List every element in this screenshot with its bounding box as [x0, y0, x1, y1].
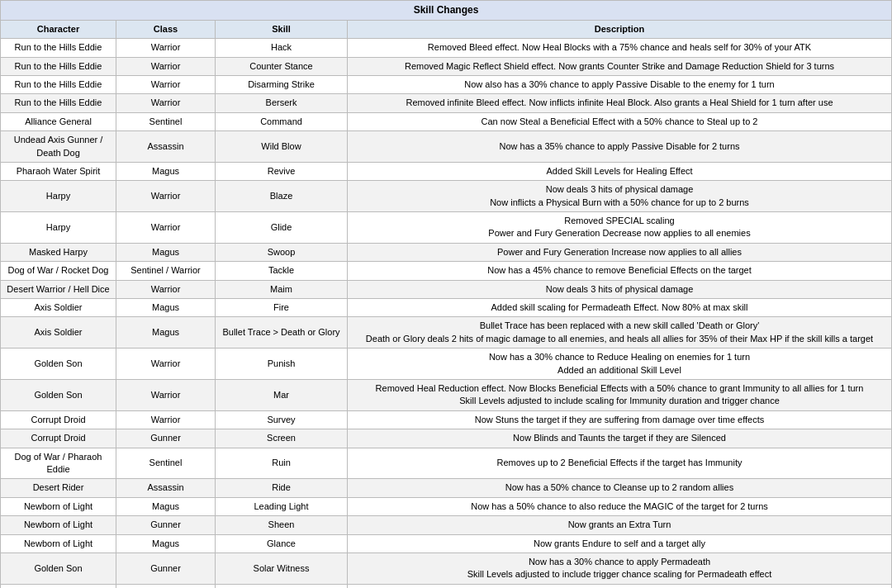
cell-character: Run to the Hills Eddie: [1, 39, 116, 57]
table-row: Desert Warrior / Hell DiceWarriorMaimNow…: [1, 280, 892, 298]
cell-description: Bullet Trace has been replaced with a ne…: [348, 317, 892, 349]
cell-character: Golden Son: [1, 380, 116, 411]
cell-description: Removed infinite Bleed effect. Now infli…: [348, 94, 892, 112]
cell-character: Axis Soldier: [1, 299, 116, 317]
cell-description: Removes up to 2 Beneficial Effects if th…: [348, 448, 892, 479]
cell-class: Magus: [116, 497, 216, 515]
cell-class: Warrior: [116, 410, 216, 429]
table-row: Corrupt DroidGunnerScreenNow Blinds and …: [1, 429, 892, 448]
cell-skill: Maim: [216, 280, 348, 298]
cell-class: Magus: [116, 317, 216, 349]
cell-class: Assassin: [116, 131, 216, 163]
cell-skill: Punish: [216, 349, 348, 380]
cell-class: Magus: [116, 162, 216, 180]
cell-description: Now Stuns the target if they are sufferi…: [348, 410, 892, 429]
cell-skill: Ruin: [216, 448, 348, 479]
table-row: Run to the Hills EddieWarriorCounter Sta…: [1, 57, 892, 75]
cell-skill: Screen: [216, 429, 348, 448]
cell-description: Now Blinds and Taunts the target if they…: [348, 429, 892, 448]
table-row: Newborn of LightMagusLeading LightNow ha…: [1, 497, 892, 515]
skill-changes-container: Skill Changes Character Class Skill Desc…: [0, 0, 892, 588]
cell-class: Warrior: [116, 349, 216, 380]
table-row: Desert RiderAssassinRideNow has a 50% ch…: [1, 479, 892, 497]
cell-class: Gunner: [116, 552, 216, 584]
cell-character: Corrupt Droid: [1, 429, 116, 448]
cell-description: Now grants an Extra Turn: [348, 516, 892, 534]
cell-class: Assassin: [116, 479, 216, 497]
cell-class: Warrior: [116, 39, 216, 57]
cell-character: Axis Soldier: [1, 317, 116, 349]
cell-class: Sentinel / Warrior: [116, 262, 216, 280]
cell-description: Now has a 35% chance to apply Passive Di…: [348, 131, 892, 163]
table-row: HarpyWarriorGlideRemoved SPECIAL scaling…: [1, 212, 892, 244]
table-row: Run to the Hills EddieWarriorHackRemoved…: [1, 39, 892, 57]
header-character: Character: [1, 20, 116, 38]
cell-description: Now also has a 30% chance to apply Passi…: [348, 75, 892, 93]
cell-skill: Glance: [216, 534, 348, 552]
cell-character: Dog of War / Rocket Dog: [1, 262, 116, 280]
table-row: Newborn of LightGunnerSheenNow grants an…: [1, 516, 892, 534]
cell-class: Warrior: [116, 380, 216, 411]
table-row: Axis SoldierMagusFireAdded skill scaling…: [1, 299, 892, 317]
cell-description: Now inflicts a Passive Disable effect fo…: [348, 584, 892, 588]
cell-character: Harpy: [1, 212, 116, 244]
table-body: Run to the Hills EddieWarriorHackRemoved…: [1, 39, 892, 588]
table-row: Run to the Hills EddieWarriorDisarming S…: [1, 75, 892, 93]
header-skill: Skill: [216, 20, 348, 38]
cell-character: Desert Warrior / Hell Dice: [1, 280, 116, 298]
table-row: Axis SoldierMagusBullet Trace > Death or…: [1, 317, 892, 349]
cell-class: Magus: [116, 243, 216, 261]
cell-description: Now has a 50% chance to also reduce the …: [348, 497, 892, 515]
cell-character: Undead Axis Gunner / Death Dog: [1, 131, 116, 163]
table-row: Desert GuardianSentinelThrustNow inflict…: [1, 584, 892, 588]
table-title-row: Skill Changes: [1, 1, 892, 21]
cell-description: Now has a 30% chance to apply Permadeath…: [348, 552, 892, 584]
cell-character: Run to the Hills Eddie: [1, 75, 116, 93]
cell-description: Now has a 50% chance to Cleanse up to 2 …: [348, 479, 892, 497]
cell-skill: Solar Witness: [216, 552, 348, 584]
cell-description: Now deals 3 hits of physical damage: [348, 280, 892, 298]
cell-skill: Hack: [216, 39, 348, 57]
table-row: Newborn of LightMagusGlanceNow grants En…: [1, 534, 892, 552]
cell-skill: Command: [216, 112, 348, 130]
cell-skill: Glide: [216, 212, 348, 244]
cell-description: Added skill scaling for Permadeath Effec…: [348, 299, 892, 317]
cell-class: Sentinel: [116, 584, 216, 588]
cell-class: Gunner: [116, 516, 216, 534]
table-row: Alliance GeneralSentinelCommandCan now S…: [1, 112, 892, 130]
table-row: Corrupt DroidWarriorSurveyNow Stuns the …: [1, 410, 892, 429]
table-header-row: Character Class Skill Description: [1, 20, 892, 38]
cell-character: Newborn of Light: [1, 497, 116, 515]
table-row: Golden SonWarriorMarRemoved Heal Reducti…: [1, 380, 892, 411]
cell-class: Warrior: [116, 280, 216, 298]
header-description: Description: [348, 20, 892, 38]
cell-class: Sentinel: [116, 112, 216, 130]
table-row: Golden SonGunnerSolar WitnessNow has a 3…: [1, 552, 892, 584]
cell-skill: Leading Light: [216, 497, 348, 515]
cell-character: Harpy: [1, 181, 116, 212]
table-row: Dog of War / Rocket DogSentinel / Warrio…: [1, 262, 892, 280]
cell-character: Masked Harpy: [1, 243, 116, 261]
cell-skill: Counter Stance: [216, 57, 348, 75]
cell-character: Desert Guardian: [1, 584, 116, 588]
cell-character: Golden Son: [1, 349, 116, 380]
cell-skill: Thrust: [216, 584, 348, 588]
cell-description: Can now Steal a Beneficial Effect with a…: [348, 112, 892, 130]
cell-character: Desert Rider: [1, 479, 116, 497]
cell-character: Golden Son: [1, 552, 116, 584]
cell-description: Removed Heal Reduction effect. Now Block…: [348, 380, 892, 411]
table-row: Run to the Hills EddieWarriorBerserkRemo…: [1, 94, 892, 112]
cell-description: Now deals 3 hits of physical damage Now …: [348, 181, 892, 212]
table-row: Masked HarpyMagusSwoopPower and Fury Gen…: [1, 243, 892, 261]
table-row: HarpyWarriorBlazeNow deals 3 hits of phy…: [1, 181, 892, 212]
cell-skill: Revive: [216, 162, 348, 180]
cell-class: Warrior: [116, 75, 216, 93]
cell-skill: Fire: [216, 299, 348, 317]
cell-skill: Swoop: [216, 243, 348, 261]
cell-class: Magus: [116, 299, 216, 317]
cell-skill: Ride: [216, 479, 348, 497]
cell-skill: Bullet Trace > Death or Glory: [216, 317, 348, 349]
cell-class: Warrior: [116, 94, 216, 112]
cell-class: Gunner: [116, 429, 216, 448]
table-row: Golden SonWarriorPunishNow has a 30% cha…: [1, 349, 892, 380]
